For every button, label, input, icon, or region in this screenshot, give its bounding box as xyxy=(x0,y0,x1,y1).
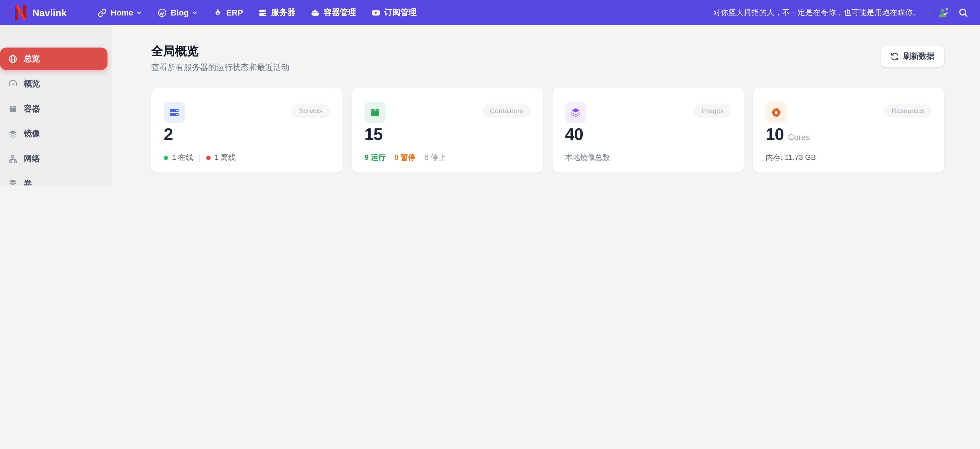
brand[interactable]: Navlink xyxy=(0,5,97,21)
stat-card-servers[interactable]: Servers 2 1 在线 | 1 离线 xyxy=(151,88,342,173)
navbar-right: 对你竖大拇指的人，不一定是在夸你，也可能是用炮在瞄你。 xyxy=(713,6,980,18)
sidebar-item-label: 概览 xyxy=(24,78,40,89)
link-icon xyxy=(97,8,107,17)
paused-count: 0 暂停 xyxy=(395,153,415,163)
online-count: 1 在线 xyxy=(172,153,193,163)
navbar-menu: Home Blog ERP 服务器 容器管理 订阅管理 xyxy=(97,7,417,18)
nav-item-label: Home xyxy=(111,8,133,17)
nav-item-label: 容器管理 xyxy=(324,7,356,18)
stat-card-images[interactable]: Images 40 本地镜像总数 xyxy=(552,88,744,173)
stat-caption: 1 在线 | 1 离线 xyxy=(164,153,236,163)
nav-item-servers[interactable]: 服务器 xyxy=(258,7,296,18)
stat-caption: 本地镜像总数 xyxy=(565,153,610,163)
database-icon xyxy=(8,179,17,185)
stat-value: 2 xyxy=(164,125,173,145)
sidebar-item-label: 网络 xyxy=(24,153,40,164)
gauge-icon xyxy=(8,79,17,88)
running-count: 9 运行 xyxy=(364,153,386,163)
stat-pill: Containers xyxy=(482,104,531,118)
app-root: Navlink Home Blog ERP 服务器 xyxy=(0,0,980,185)
stat-card-containers[interactable]: Containers 15 9 运行 0 暂停 6 停止 xyxy=(352,88,543,173)
nav-item-container-mgmt[interactable]: 容器管理 xyxy=(310,7,356,18)
sidebar-item-label: 容器 xyxy=(24,103,40,115)
stat-caption: 内存: 11.73 GB xyxy=(765,153,816,163)
refresh-button[interactable]: 刷新数据 xyxy=(881,46,944,67)
nav-item-blog[interactable]: Blog xyxy=(158,8,198,17)
sidebar-item-label: 卷 xyxy=(24,178,32,185)
youtube-icon xyxy=(371,8,380,17)
nav-item-label: ERP xyxy=(226,8,243,17)
navlink-logo-icon xyxy=(14,5,27,21)
stopped-count: 6 停止 xyxy=(425,153,445,163)
stat-unit: Cores xyxy=(788,132,810,142)
wordpress-icon xyxy=(158,8,167,17)
docker-icon xyxy=(310,8,320,17)
stat-value: 10 Cores xyxy=(765,125,810,145)
network-icon xyxy=(8,154,17,163)
top-navbar: Navlink Home Blog ERP 服务器 xyxy=(0,0,980,25)
navbar-tagline: 对你竖大拇指的人，不一定是在夸你，也可能是用炮在瞄你。 xyxy=(713,7,921,18)
sidebar-item-containers[interactable]: 容器 xyxy=(0,97,107,120)
memory-caption: 内存: 11.73 GB xyxy=(765,153,816,163)
server-icon xyxy=(164,102,185,123)
separator: | xyxy=(199,153,201,162)
navbar-divider xyxy=(929,8,929,18)
stat-card-resources[interactable]: Resources 10 Cores 内存: 11.73 GB xyxy=(753,88,944,173)
page-subtitle: 查看所有服务器的运行状态和最近活动 xyxy=(151,62,290,73)
stat-pill: Resources xyxy=(884,104,932,118)
sidebar-item-label: 镜像 xyxy=(24,128,40,140)
layers-icon xyxy=(8,129,17,139)
container-box-icon xyxy=(364,102,386,123)
nav-item-label: Blog xyxy=(171,8,189,17)
box-icon xyxy=(8,104,17,113)
sidebar-item-network[interactable]: 网络 xyxy=(0,148,107,170)
stat-pill: Servers xyxy=(291,104,330,118)
sidebar-item-volumes[interactable]: 卷 xyxy=(0,173,107,185)
offline-count: 1 离线 xyxy=(215,153,235,163)
flame-icon xyxy=(213,8,223,17)
refresh-label: 刷新数据 xyxy=(903,51,934,62)
stat-pill: Images xyxy=(694,104,731,118)
offline-dot xyxy=(206,156,211,160)
nav-item-label: 服务器 xyxy=(271,7,296,18)
sidebar-item-label: 总览 xyxy=(24,53,40,65)
refresh-icon xyxy=(891,53,899,61)
stat-value: 40 xyxy=(565,125,583,145)
user-avatar-icon[interactable] xyxy=(937,6,950,18)
nav-item-label: 订阅管理 xyxy=(384,7,417,18)
search-icon[interactable] xyxy=(958,8,968,18)
nav-item-erp[interactable]: ERP xyxy=(213,8,243,17)
sidebar-item-global-overview[interactable]: 总览 xyxy=(0,48,107,70)
sidebar: 总览 概览 容器 镜像 网络 卷 xyxy=(0,25,112,185)
page-title: 全局概览 xyxy=(151,43,199,59)
cpu-chip-icon xyxy=(765,102,787,123)
online-dot xyxy=(164,156,168,160)
images-caption: 本地镜像总数 xyxy=(565,153,610,163)
nav-item-home[interactable]: Home xyxy=(97,8,143,17)
stat-caption: 9 运行 0 暂停 6 停止 xyxy=(364,153,446,163)
server-icon xyxy=(258,8,267,17)
chevron-down-icon xyxy=(135,9,143,16)
sidebar-item-images[interactable]: 镜像 xyxy=(0,123,107,145)
sidebar-list: 总览 概览 容器 镜像 网络 卷 xyxy=(0,48,112,185)
nav-item-subscription-mgmt[interactable]: 订阅管理 xyxy=(371,7,417,18)
layers-icon xyxy=(565,102,586,123)
sidebar-item-overview[interactable]: 概览 xyxy=(0,73,107,95)
stats-row: Servers 2 1 在线 | 1 离线 Containers 15 9 运行 xyxy=(151,88,945,173)
brand-name: Navlink xyxy=(33,7,67,18)
globe-icon xyxy=(8,54,17,63)
stat-value: 15 xyxy=(364,125,383,145)
chevron-down-icon xyxy=(191,9,198,16)
